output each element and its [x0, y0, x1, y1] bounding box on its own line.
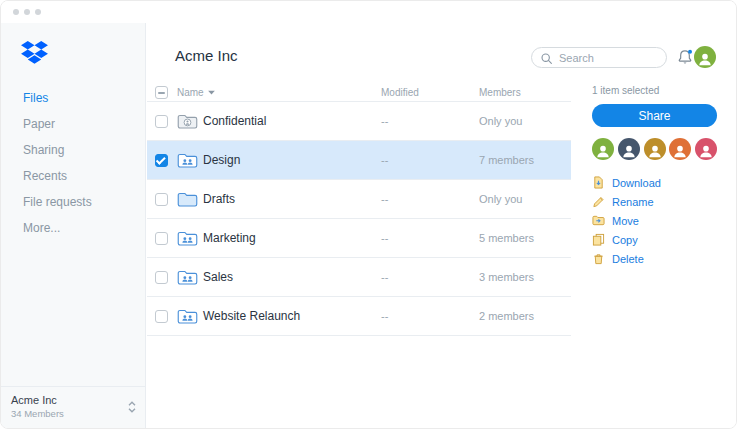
window-control-dot[interactable] [35, 9, 41, 15]
folder-shared-icon [177, 308, 203, 325]
file-modified: -- [381, 115, 479, 127]
row-checkbox[interactable] [155, 232, 168, 245]
folder-shared-icon [177, 269, 203, 286]
search-input[interactable] [557, 49, 660, 66]
search-box[interactable] [531, 47, 667, 68]
sidebar: Files Paper Sharing Recents File request… [1, 23, 146, 428]
window-titlebar [1, 1, 736, 23]
file-members: 7 members [479, 154, 571, 166]
team-members-count: 34 Members [11, 408, 135, 419]
column-header-modified[interactable]: Modified [381, 87, 479, 98]
selection-status: 1 item selected [592, 85, 717, 97]
row-checkbox[interactable] [155, 193, 168, 206]
file-modified: -- [381, 154, 479, 166]
delete-icon [592, 252, 605, 265]
action-label: Download [612, 177, 661, 189]
select-all-checkbox[interactable] [155, 86, 168, 99]
table-row[interactable]: Drafts -- Only you [147, 180, 571, 219]
share-button[interactable]: Share [592, 104, 717, 127]
move-icon [592, 214, 605, 227]
file-name: Marketing [203, 231, 381, 245]
file-actions: Download Rename Move Copy Delete [592, 173, 717, 268]
row-checkbox[interactable] [155, 310, 168, 323]
dropbox-logo-icon [21, 41, 48, 64]
window-control-dot[interactable] [24, 9, 30, 15]
file-name: Drafts [203, 192, 381, 206]
member-avatar[interactable] [592, 138, 614, 160]
table-row[interactable]: Design -- 7 members [147, 141, 571, 180]
sidebar-item-sharing[interactable]: Sharing [1, 137, 145, 163]
table-row[interactable]: Confidential -- Only you [147, 102, 571, 141]
download-icon [592, 176, 605, 189]
app-window: Files Paper Sharing Recents File request… [0, 0, 737, 429]
file-modified: -- [381, 232, 479, 244]
folder-private-icon [177, 113, 203, 130]
row-checkbox[interactable] [155, 271, 168, 284]
member-avatars [592, 138, 717, 160]
action-delete[interactable]: Delete [592, 249, 717, 268]
person-icon [647, 143, 663, 159]
rename-icon [592, 195, 605, 208]
table-row[interactable]: Marketing -- 5 members [147, 219, 571, 258]
details-panel: 1 item selected Share Download Rename Mo… [592, 85, 717, 268]
sidebar-item-recents[interactable]: Recents [1, 163, 145, 189]
folder-icon [177, 191, 203, 208]
sidebar-nav: Files Paper Sharing Recents File request… [1, 85, 145, 241]
member-avatar[interactable] [669, 138, 691, 160]
folder-shared-icon [177, 152, 203, 169]
file-modified: -- [381, 193, 479, 205]
person-icon [621, 143, 637, 159]
search-icon [540, 52, 553, 65]
file-members: Only you [479, 115, 571, 127]
bell-icon[interactable] [676, 48, 694, 66]
column-header-name[interactable]: Name [177, 87, 381, 98]
file-name: Design [203, 153, 381, 167]
file-members: 3 members [479, 271, 571, 283]
page-title: Acme Inc [175, 47, 238, 64]
column-header-name-label: Name [177, 87, 204, 98]
table-header: Name Modified Members [147, 86, 571, 102]
sidebar-item-files[interactable]: Files [1, 85, 145, 111]
chevron-up-down-icon [127, 399, 137, 415]
file-members: 5 members [479, 232, 571, 244]
action-label: Rename [612, 196, 654, 208]
action-move[interactable]: Move [592, 211, 717, 230]
file-name: Website Relaunch [203, 309, 381, 323]
file-modified: -- [381, 271, 479, 283]
person-icon [672, 143, 688, 159]
action-rename[interactable]: Rename [592, 192, 717, 211]
action-label: Delete [612, 253, 644, 265]
person-icon [595, 143, 611, 159]
sidebar-item-paper[interactable]: Paper [1, 111, 145, 137]
row-checkbox[interactable] [155, 115, 168, 128]
window-control-dot[interactable] [13, 9, 19, 15]
member-avatar[interactable] [695, 138, 717, 160]
member-avatar[interactable] [644, 138, 666, 160]
action-label: Copy [612, 234, 638, 246]
person-icon [697, 51, 713, 67]
member-avatar[interactable] [618, 138, 640, 160]
column-header-members[interactable]: Members [479, 87, 571, 98]
file-members: 2 members [479, 310, 571, 322]
team-name: Acme Inc [11, 394, 135, 406]
file-members: Only you [479, 193, 571, 205]
copy-icon [592, 233, 605, 246]
action-label: Move [612, 215, 639, 227]
file-name: Confidential [203, 114, 381, 128]
sort-caret-icon [208, 90, 215, 95]
file-name: Sales [203, 270, 381, 284]
action-download[interactable]: Download [592, 173, 717, 192]
file-modified: -- [381, 310, 479, 322]
folder-shared-icon [177, 230, 203, 247]
file-table: Name Modified Members Confidential -- On… [147, 86, 571, 336]
table-row[interactable]: Website Relaunch -- 2 members [147, 297, 571, 336]
person-icon [698, 143, 714, 159]
action-copy[interactable]: Copy [592, 230, 717, 249]
sidebar-item-more[interactable]: More... [1, 215, 145, 241]
user-avatar[interactable] [694, 46, 716, 68]
team-selector[interactable]: Acme Inc 34 Members [1, 386, 145, 428]
sidebar-item-file-requests[interactable]: File requests [1, 189, 145, 215]
row-checkbox[interactable] [155, 154, 168, 167]
table-row[interactable]: Sales -- 3 members [147, 258, 571, 297]
main-content: Acme Inc Name Modified Members Conf [147, 23, 736, 428]
